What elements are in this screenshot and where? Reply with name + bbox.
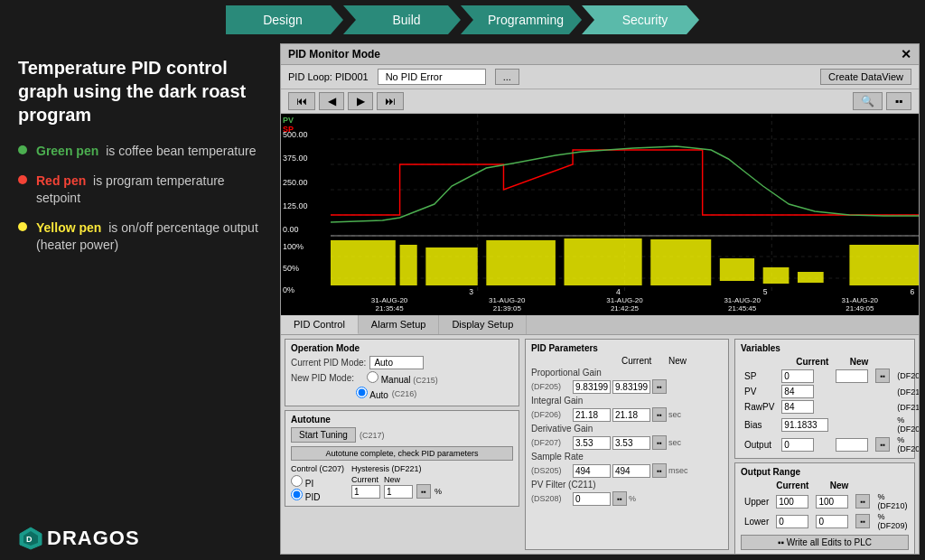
hysteresis-label: Hysteresis (DF221) (351, 464, 442, 473)
range-upper-current[interactable] (776, 495, 808, 509)
pid-radio[interactable] (291, 489, 303, 500)
pi-radio-label[interactable]: PI (291, 479, 313, 489)
range-lower-new[interactable] (816, 515, 848, 528)
proportional-current-input[interactable] (573, 380, 611, 394)
derivative-label: Derivative Gain (531, 424, 593, 434)
integral-code: (DF206) (531, 410, 571, 419)
start-tuning-button[interactable]: Start Tuning (291, 427, 356, 443)
proportional-new-input[interactable] (612, 380, 650, 394)
auto-radio-label[interactable]: Auto (356, 387, 388, 400)
sample-current-input[interactable] (573, 464, 611, 478)
derivative-new-input[interactable] (612, 436, 650, 450)
var-pv-label: PV (741, 384, 778, 399)
output-range-title: Output Range (741, 467, 909, 477)
derivative-current-input[interactable] (573, 436, 611, 450)
create-dataview-button[interactable]: Create DataView (820, 69, 911, 85)
nav-first-button[interactable]: ⏮ (288, 92, 315, 110)
proportional-edit-btn[interactable]: ▪▪ (652, 379, 667, 394)
current-mode-input[interactable] (369, 356, 424, 369)
left-panel: Temperature PID control graph using the … (0, 38, 280, 560)
nav-step-programming[interactable]: Programming (461, 5, 582, 34)
chart-svg: 3 4 5 6 (331, 114, 919, 294)
svg-text:6: 6 (910, 287, 914, 294)
var-sp-edit[interactable]: ▪▪ (875, 369, 890, 383)
top-navigation: Design Build Programming Security (0, 0, 925, 38)
hysteresis-new-input[interactable] (384, 485, 413, 499)
legend-item-red: Red pen is program temperature setpoint (18, 173, 262, 207)
x-label-3: 31-AUG-20 21:42:25 (606, 296, 642, 313)
var-rawpv-code: (DF211) (893, 399, 919, 415)
svg-text:4: 4 (616, 287, 621, 294)
range-upper-edit[interactable]: ▪▪ (855, 494, 870, 509)
integral-current-input[interactable] (573, 408, 611, 422)
nav-extra-button[interactable]: ▪▪ (886, 92, 911, 110)
pid-params-section: PID Parameters Current New Proportional … (525, 339, 729, 550)
tab-bar: PID Control Alarm Setup Display Setup (281, 315, 919, 335)
write-all-edits-button[interactable]: ▪▪ Write all Edits to PLC (741, 535, 909, 550)
pid-radio-label[interactable]: PID (291, 492, 320, 502)
pid-col2: PID Parameters Current New Proportional … (525, 339, 729, 550)
sample-code: (DS205) (531, 466, 571, 475)
range-lower-edit[interactable]: ▪▪ (855, 514, 870, 528)
legend-green-rest: is coffee bean temperature (102, 144, 256, 158)
nav-step-security-label[interactable]: Security (582, 5, 699, 34)
zoom-button[interactable]: 🔍 (853, 92, 883, 110)
pv-filter-current-input[interactable] (573, 492, 611, 506)
nav-step-design-label[interactable]: Design (226, 5, 343, 34)
var-output-current[interactable] (781, 438, 814, 452)
variables-table: Current New SP ▪▪ (741, 356, 919, 454)
var-output-edit[interactable]: ▪▪ (875, 437, 890, 452)
start-tuning-code: (C217) (360, 431, 385, 440)
var-output-new[interactable] (836, 438, 868, 452)
var-sp-current[interactable] (781, 369, 814, 383)
nav-step-build[interactable]: Build (343, 5, 461, 34)
tab-display-setup[interactable]: Display Setup (439, 315, 527, 334)
nav-step-build-label[interactable]: Build (343, 5, 461, 34)
hysteresis-header: Current New (351, 475, 442, 484)
pid-col1: Operation Mode Current PID Mode: New PID… (285, 339, 519, 550)
sample-unit: msec (668, 466, 688, 475)
svg-text:5: 5 (763, 287, 768, 294)
nav-step-security[interactable]: Security (582, 5, 699, 34)
page-title: Temperature PID control graph using the … (18, 56, 262, 126)
svg-rect-20 (400, 245, 417, 285)
hysteresis-unit: % (434, 487, 442, 496)
tab-pid-control[interactable]: PID Control (281, 315, 359, 334)
hysteresis-current-input[interactable] (351, 485, 380, 499)
tab-alarm-setup[interactable]: Alarm Setup (359, 315, 440, 334)
manual-radio[interactable] (367, 371, 378, 383)
chart-x-labels: 31-AUG-20 21:35:45 31-AUG-20 21:39:05 31… (281, 294, 919, 315)
nav-step-programming-label[interactable]: Programming (461, 5, 582, 34)
var-rawpv-label: RawPV (741, 399, 778, 415)
nav-prev-button[interactable]: ◀ (319, 92, 344, 110)
nav-next-button[interactable]: ▶ (348, 92, 373, 110)
hysteresis-edit-btn[interactable]: ▪▪ (416, 484, 431, 499)
range-lower-current[interactable] (776, 515, 808, 528)
hysteresis-inputs: ▪▪ % (351, 484, 442, 499)
current-mode-label: Current PID Mode: (291, 358, 366, 368)
nav-last-button[interactable]: ⏭ (377, 92, 404, 110)
legend-item-yellow: Yellow pen is on/off percentage output (… (18, 219, 262, 254)
auto-radio[interactable] (356, 387, 368, 398)
y-label-0: 0.00 (283, 225, 329, 234)
pid-col3: Variables Current New (734, 339, 915, 550)
range-lower-label: Lower (741, 511, 772, 531)
nav-step-design[interactable]: Design (226, 5, 343, 34)
chart-y-labels: PV SP 500.00 375.00 250.00 125.00 0.00 1… (281, 114, 331, 294)
integral-label: Integral Gain (531, 396, 585, 406)
auto-mode-row: Auto (C216) (291, 387, 513, 400)
var-sp-new[interactable] (836, 369, 868, 383)
sample-new-input[interactable] (612, 464, 650, 478)
svg-text:3: 3 (469, 287, 473, 294)
pv-filter-edit-btn[interactable]: ▪▪ (612, 491, 627, 506)
integral-edit-btn[interactable]: ▪▪ (652, 407, 667, 422)
sample-edit-btn[interactable]: ▪▪ (652, 463, 667, 478)
derivative-edit-btn[interactable]: ▪▪ (652, 435, 667, 450)
integral-new-input[interactable] (612, 408, 650, 422)
pid-close-button[interactable]: ✕ (901, 47, 911, 61)
range-upper-new[interactable] (816, 495, 848, 509)
red-bullet (18, 175, 27, 184)
pi-radio[interactable] (291, 475, 303, 487)
pid-error-btn[interactable]: ... (495, 69, 519, 85)
manual-radio-label[interactable]: Manual (367, 375, 413, 385)
